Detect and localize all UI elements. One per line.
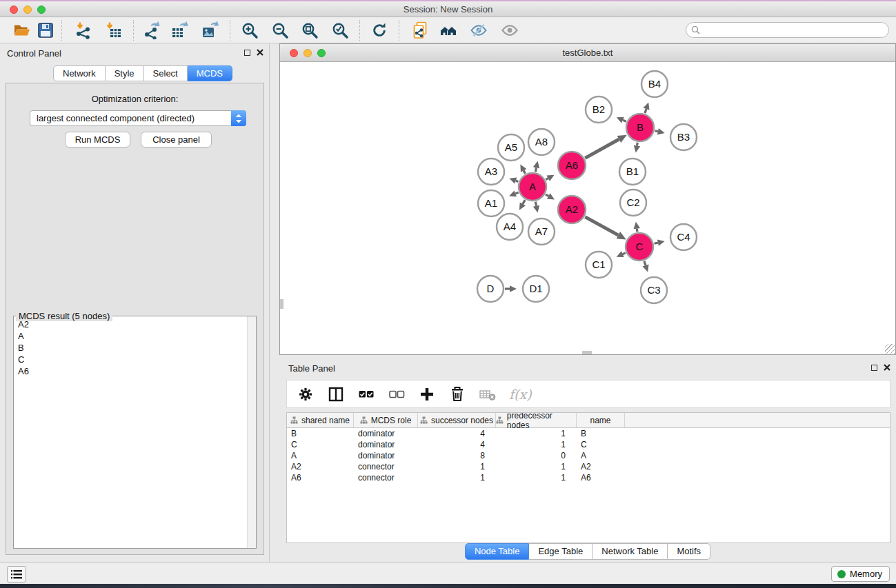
table-row[interactable]: Cdominator41C bbox=[287, 439, 890, 450]
select-all-columns-button[interactable] bbox=[356, 384, 377, 405]
save-session-button[interactable] bbox=[35, 20, 56, 41]
graph-edge-A-A1[interactable] bbox=[515, 192, 518, 194]
graph-edge-C-C3[interactable] bbox=[644, 261, 646, 265]
unselect-all-columns-button[interactable] bbox=[386, 384, 407, 405]
graph-edge-B-B4[interactable] bbox=[645, 109, 646, 113]
table-cell[interactable]: A6 bbox=[577, 473, 625, 483]
close-table-panel-icon[interactable] bbox=[884, 364, 890, 371]
float-table-panel-icon[interactable] bbox=[871, 365, 877, 371]
run-mcds-button[interactable]: Run MCDS bbox=[65, 132, 130, 148]
column-header-predecessor-nodes[interactable]: predecessor nodes bbox=[496, 413, 577, 427]
close-panel-button[interactable]: Close panel bbox=[141, 132, 212, 148]
table-cell[interactable]: 4 bbox=[418, 429, 496, 438]
new-network-from-selection-button[interactable] bbox=[410, 20, 430, 41]
graph-edge-C-C2[interactable] bbox=[637, 229, 637, 232]
refresh-view-button[interactable] bbox=[369, 20, 390, 41]
table-cell[interactable]: A2 bbox=[577, 462, 625, 472]
delete-columns-button[interactable] bbox=[447, 384, 468, 405]
create-column-button[interactable] bbox=[417, 384, 437, 405]
mcds-result-item[interactable]: B bbox=[14, 342, 247, 354]
column-header-name[interactable]: name bbox=[577, 413, 625, 427]
column-header-shared-name[interactable]: shared name bbox=[287, 413, 354, 427]
table-cell[interactable]: 1 bbox=[496, 429, 577, 438]
table-options-button[interactable] bbox=[295, 384, 316, 405]
mcds-result-item[interactable]: A bbox=[14, 330, 247, 342]
function-builder-button[interactable]: f(x) bbox=[509, 387, 532, 402]
search-input[interactable] bbox=[700, 23, 883, 37]
memory-button[interactable]: Memory bbox=[831, 566, 890, 582]
zoom-in-button[interactable] bbox=[239, 20, 260, 41]
column-header-MCDS-role[interactable]: MCDS role bbox=[354, 413, 418, 427]
table-row[interactable]: A2connector11A2 bbox=[287, 461, 890, 472]
graph-edge-C-C1[interactable] bbox=[623, 253, 626, 254]
tab-node-table[interactable]: Node Table bbox=[465, 543, 530, 560]
table-cell[interactable]: 1 bbox=[496, 440, 577, 449]
import-network-button[interactable] bbox=[72, 20, 93, 41]
open-session-button[interactable] bbox=[12, 20, 32, 41]
table-cell[interactable]: connector bbox=[354, 473, 418, 483]
zoom-out-button[interactable] bbox=[270, 20, 290, 41]
table-cell[interactable]: A6 bbox=[287, 473, 354, 483]
network-canvas[interactable]: B4B2BB3A8A5A6A3B1AC2A1A2A4A7C4CC1C3DD1 bbox=[280, 62, 895, 354]
table-cell[interactable]: 1 bbox=[496, 473, 577, 483]
delete-table-button[interactable] bbox=[477, 384, 498, 405]
table-cell[interactable]: dominator bbox=[354, 451, 418, 460]
graph-edge-B-B2[interactable] bbox=[623, 120, 626, 121]
horizontal-scrollbar-stub[interactable] bbox=[582, 351, 592, 354]
graph-edge-A-A8[interactable] bbox=[535, 168, 536, 172]
close-panel-icon[interactable] bbox=[257, 49, 263, 56]
show-panels-button[interactable] bbox=[7, 566, 26, 582]
zoom-fit-button[interactable] bbox=[299, 20, 320, 41]
graph-edge-A-A4[interactable] bbox=[523, 200, 525, 204]
neighborhood-button[interactable] bbox=[438, 20, 459, 41]
graph-edge-A-A5[interactable] bbox=[524, 170, 525, 173]
table-cell[interactable]: C bbox=[577, 440, 625, 449]
table-row[interactable]: Bdominator41B bbox=[287, 428, 890, 439]
table-cell[interactable]: A bbox=[577, 451, 625, 460]
float-panel-icon[interactable] bbox=[244, 50, 250, 56]
column-header-successor-nodes[interactable]: successor nodes bbox=[418, 413, 496, 427]
graph-edge-B-B1[interactable] bbox=[637, 143, 637, 146]
mcds-result-item[interactable]: C bbox=[14, 354, 247, 365]
graph-edge-A-A3[interactable] bbox=[516, 181, 519, 181]
tab-select[interactable]: Select bbox=[144, 65, 188, 81]
hide-selected-button[interactable] bbox=[468, 20, 489, 41]
import-table-button[interactable] bbox=[103, 20, 124, 41]
graph-edge-A6-B[interactable] bbox=[585, 139, 619, 158]
network-window-titlebar[interactable]: testGlobe.txt bbox=[280, 44, 895, 62]
network-graph[interactable]: B4B2BB3A8A5A6A3B1AC2A1A2A4A7C4CC1C3DD1 bbox=[280, 62, 895, 354]
table-cell[interactable]: C bbox=[287, 440, 354, 449]
tab-edge-table[interactable]: Edge Table bbox=[529, 543, 593, 560]
vertical-scrollbar-stub[interactable] bbox=[280, 299, 283, 309]
show-all-button[interactable] bbox=[499, 20, 520, 41]
graph-edge-A-A2[interactable] bbox=[546, 194, 548, 196]
table-row[interactable]: Adominator80A bbox=[287, 450, 890, 461]
graph-edge-A2-C[interactable] bbox=[585, 217, 618, 235]
mcds-result-item[interactable]: A6 bbox=[14, 365, 247, 377]
table-cell[interactable]: dominator bbox=[354, 440, 418, 449]
table-cell[interactable]: A2 bbox=[287, 462, 354, 472]
table-cell[interactable]: A bbox=[287, 451, 354, 460]
mcds-result-item[interactable]: A2 bbox=[14, 318, 247, 330]
show-columns-button[interactable] bbox=[326, 384, 346, 405]
export-network-button[interactable] bbox=[141, 20, 162, 41]
table-row[interactable]: A6connector11A6 bbox=[287, 472, 890, 483]
table-cell[interactable]: dominator bbox=[354, 429, 418, 438]
table-cell[interactable]: 1 bbox=[418, 462, 496, 472]
tab-style[interactable]: Style bbox=[106, 65, 144, 81]
tab-network-table[interactable]: Network Table bbox=[593, 543, 668, 560]
table-cell[interactable]: connector bbox=[354, 462, 418, 472]
export-image-button[interactable] bbox=[200, 20, 221, 41]
optimization-criterion-dropdown[interactable]: largest connected component (directed) bbox=[30, 110, 246, 126]
table-cell[interactable]: 8 bbox=[418, 451, 496, 460]
result-scrollbar[interactable] bbox=[247, 316, 256, 548]
graph-edge-C-C4[interactable] bbox=[654, 243, 657, 243]
tab-network[interactable]: Network bbox=[53, 65, 106, 81]
graph-edge-B-B3[interactable] bbox=[655, 131, 657, 132]
table-cell[interactable]: 4 bbox=[418, 440, 496, 449]
graph-edge-A-A7[interactable] bbox=[535, 202, 536, 206]
table-cell[interactable]: 1 bbox=[418, 473, 496, 483]
zoom-selected-button[interactable] bbox=[330, 20, 350, 41]
export-table-button[interactable] bbox=[170, 20, 190, 41]
tab-motifs[interactable]: Motifs bbox=[668, 543, 710, 560]
